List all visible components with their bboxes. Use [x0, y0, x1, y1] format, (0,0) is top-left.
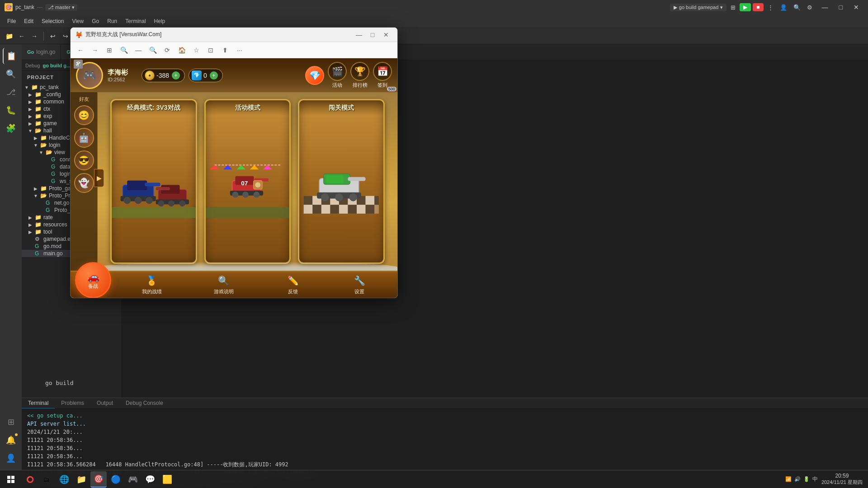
nav-bookmark[interactable]: ☆ [190, 44, 203, 56]
settings-button[interactable]: ⚙ [805, 3, 815, 12]
account-button[interactable]: 👤 [778, 3, 789, 12]
player-avatar-frame[interactable]: 🎮 🎲 [76, 62, 103, 89]
menu-help[interactable]: Help [151, 17, 169, 26]
panel-tab-debug[interactable]: Debug Console [119, 398, 170, 408]
icon-ranking[interactable]: 🏆 排行榜 [350, 62, 369, 89]
menu-go[interactable]: Go [88, 17, 103, 26]
git-activity[interactable]: ⎇ [3, 84, 19, 100]
close-button[interactable]: ✕ [848, 0, 864, 14]
redo-icon[interactable]: ↪ [60, 31, 71, 42]
taskbar-game[interactable]: 🎮 [125, 471, 141, 488]
folder-icon: 📁 [35, 91, 42, 98]
nav-expand[interactable]: ⊡ [204, 44, 217, 56]
panel-tab-terminal[interactable]: Terminal [22, 398, 55, 408]
browser-minimize[interactable]: — [352, 28, 366, 42]
nav-upload[interactable]: ⬆ [219, 44, 231, 56]
explorer-icon[interactable]: 📁 [4, 31, 14, 42]
minimize-button[interactable]: — [816, 0, 834, 14]
more-button[interactable]: ⋮ [765, 3, 776, 12]
svg-point-25 [232, 191, 238, 197]
browser-maximize[interactable]: □ [366, 28, 379, 42]
nav-home[interactable]: 🏠 [175, 44, 188, 56]
files-activity[interactable]: 📋 [3, 48, 19, 64]
extensions-activity[interactable]: 🧩 [3, 120, 19, 136]
volume-icon[interactable]: 🔊 [794, 476, 801, 482]
menu-selection[interactable]: Selection [38, 17, 67, 26]
undo-icon[interactable]: ↩ [47, 31, 58, 42]
folder-icon: 📁 [35, 229, 42, 235]
maximize-button[interactable]: □ [834, 0, 848, 14]
mode-challenge[interactable]: 闯关模式 [298, 99, 385, 264]
debug-activity[interactable]: 🐛 [3, 102, 19, 118]
nav-zoom-out[interactable]: 🔍 [118, 44, 130, 56]
search-activity[interactable]: 🔍 [3, 66, 19, 82]
lang-cn-icon[interactable]: 中 [812, 475, 818, 483]
friend-avatar-3[interactable]: 😎 [74, 150, 94, 170]
notifications-icon[interactable]: 🔔 [3, 432, 19, 448]
root-label: pc_tank [40, 84, 59, 90]
icon-checkin[interactable]: 📅 签到 [373, 62, 392, 89]
notification-dot [15, 433, 18, 436]
nav-grid[interactable]: ⊞ [103, 44, 116, 56]
taskbar-goland[interactable]: 🎯 [90, 471, 107, 488]
icon-500-gems[interactable]: 💎 500 [305, 66, 324, 85]
menu-edit[interactable]: Edit [20, 17, 37, 26]
add-gem-button[interactable]: + [210, 71, 218, 80]
menu-bar: File Edit Selection View Go Run Terminal… [0, 14, 868, 28]
panel-tab-problems[interactable]: Problems [55, 398, 90, 408]
browser-close[interactable]: ✕ [379, 28, 393, 42]
taskbar-chrome[interactable]: 🔵 [108, 471, 124, 488]
nav-settings[interactable]: 🔧 设置 [352, 274, 367, 295]
account-activity-icon[interactable]: 👤 [3, 450, 19, 466]
nav-guide[interactable]: 🔍 游戏说明 [214, 274, 234, 295]
mode-classic[interactable]: 经典模式: 3V3对战 [110, 99, 197, 264]
nav-forward[interactable]: → [89, 44, 101, 56]
friend-avatar-4[interactable]: 👻 [74, 173, 94, 193]
icon-activity[interactable]: 🎬 活动 [328, 62, 347, 89]
svg-rect-46 [339, 205, 348, 214]
network-icon[interactable]: 📶 [785, 476, 792, 482]
taskbar-edge[interactable]: 🌐 [56, 471, 72, 488]
tab-login-go[interactable]: Go login.go [22, 44, 61, 60]
go-build-badge[interactable]: ▶ go build gamepad ▾ [670, 4, 726, 11]
taskbar-app[interactable]: 🟨 [159, 471, 175, 488]
nav-feedback[interactable]: ✏️ 反馈 [286, 274, 300, 295]
remote-icon[interactable]: ⊞ [3, 414, 19, 430]
menu-terminal[interactable]: Terminal [122, 17, 149, 26]
taskbar-wechat[interactable]: 💬 [142, 471, 158, 488]
start-button[interactable] [0, 470, 22, 488]
add-coin-button[interactable]: + [172, 71, 180, 80]
gem-item[interactable]: 💎 0 + [189, 69, 223, 82]
friend-avatar-2[interactable]: 🤖 [74, 128, 94, 148]
menu-view[interactable]: View [68, 17, 87, 26]
battery-icon[interactable]: 🔋 [803, 476, 810, 482]
nav-search[interactable]: 🔍 [146, 44, 159, 56]
taskbar-explorer[interactable]: 📁 [73, 471, 90, 488]
svg-rect-47 [348, 205, 357, 214]
battle-button[interactable]: 🚗 备战 [75, 262, 111, 298]
achievements-label: 我的战绩 [142, 288, 162, 295]
search-button[interactable]: 🔍 [791, 3, 803, 12]
menu-file[interactable]: File [4, 17, 19, 26]
nav-refresh[interactable]: ⟳ [161, 44, 174, 56]
stop-button[interactable]: ■ [753, 3, 763, 11]
branch-badge[interactable]: ⎇ master ▾ [45, 4, 77, 11]
layout-button[interactable]: ⊞ [728, 3, 738, 12]
nav-back[interactable]: ← [74, 44, 87, 56]
friend-avatar-1[interactable]: 😊 [74, 105, 94, 125]
panel-tab-output[interactable]: Output [90, 398, 119, 408]
nav-more[interactable]: ··· [233, 44, 246, 56]
coin-item[interactable]: ● -388 + [142, 69, 185, 82]
run-button[interactable]: ▶ [740, 3, 751, 11]
nav-achievements[interactable]: 🏅 我的战绩 [142, 274, 162, 295]
svg-point-56 [349, 193, 358, 201]
system-clock[interactable]: 20:59 2024/11/21 星期四 [821, 473, 863, 486]
mode-activity[interactable]: 活动模式 [204, 99, 291, 264]
ranking-label: 排行榜 [353, 82, 368, 89]
taskbar-task-view[interactable]: 🗂 [38, 471, 54, 488]
svg-rect-9 [156, 187, 170, 190]
back-icon[interactable]: ← [16, 31, 27, 42]
taskbar-search[interactable]: ⭕ [22, 471, 38, 488]
forward-icon[interactable]: → [29, 31, 40, 42]
menu-run[interactable]: Run [104, 17, 121, 26]
